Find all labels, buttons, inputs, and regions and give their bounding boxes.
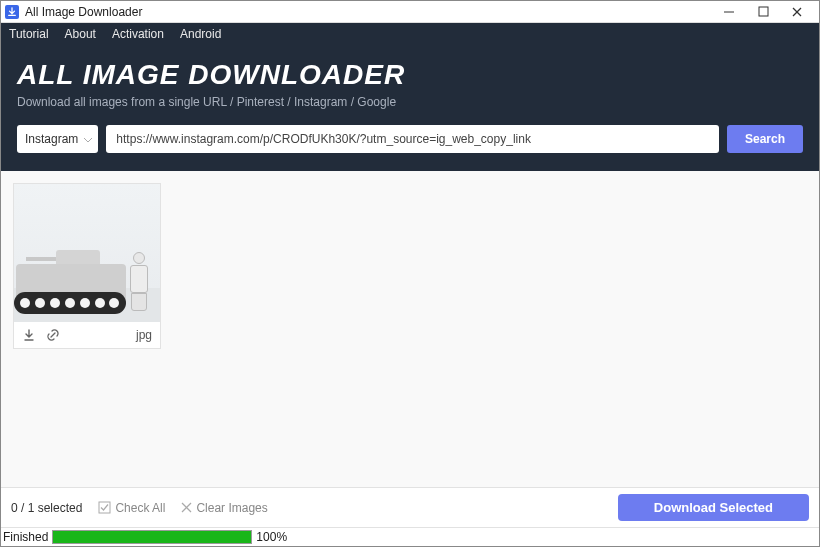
checkbox-icon [98, 501, 111, 514]
search-row: Instagram Search [17, 125, 803, 153]
selection-count: 0 / 1 selected [11, 501, 82, 515]
window-controls [721, 4, 815, 20]
chevron-down-icon [84, 134, 92, 145]
menubar: Tutorial About Activation Android [1, 23, 819, 45]
maximize-button[interactable] [755, 4, 771, 20]
url-input[interactable] [106, 125, 719, 153]
link-icon[interactable] [46, 328, 60, 342]
download-selected-button[interactable]: Download Selected [618, 494, 809, 521]
clear-images-button[interactable]: Clear Images [181, 501, 267, 515]
download-icon[interactable] [22, 328, 36, 342]
search-button[interactable]: Search [727, 125, 803, 153]
minimize-button[interactable] [721, 4, 737, 20]
menu-tutorial[interactable]: Tutorial [9, 27, 49, 41]
svg-rect-1 [759, 7, 768, 16]
source-select-label: Instagram [25, 132, 78, 146]
header: ALL IMAGE DOWNLOADER Download all images… [1, 45, 819, 171]
check-all-button[interactable]: Check All [98, 501, 165, 515]
window-title: All Image Downloader [25, 5, 721, 19]
svg-rect-4 [99, 502, 110, 513]
progress-percent: 100% [256, 530, 287, 544]
check-all-label: Check All [115, 501, 165, 515]
clear-images-label: Clear Images [196, 501, 267, 515]
status-bar: Finished 100% [1, 527, 819, 546]
results-grid: jpg [1, 171, 819, 487]
thumbnail-footer: jpg [14, 322, 160, 348]
app-icon [5, 5, 19, 19]
menu-android[interactable]: Android [180, 27, 221, 41]
menu-about[interactable]: About [65, 27, 96, 41]
file-extension: jpg [136, 328, 152, 342]
close-button[interactable] [789, 4, 805, 20]
status-label: Finished [3, 530, 48, 544]
menu-activation[interactable]: Activation [112, 27, 164, 41]
titlebar: All Image Downloader [1, 1, 819, 23]
progress-fill [53, 531, 251, 543]
thumbnail-image [14, 184, 160, 322]
result-item[interactable]: jpg [13, 183, 161, 349]
progress-bar [52, 530, 252, 544]
source-select[interactable]: Instagram [17, 125, 98, 153]
app-title: ALL IMAGE DOWNLOADER [17, 59, 803, 91]
app-subtitle: Download all images from a single URL / … [17, 95, 803, 109]
bottom-toolbar: 0 / 1 selected Check All Clear Images Do… [1, 487, 819, 527]
x-icon [181, 502, 192, 513]
